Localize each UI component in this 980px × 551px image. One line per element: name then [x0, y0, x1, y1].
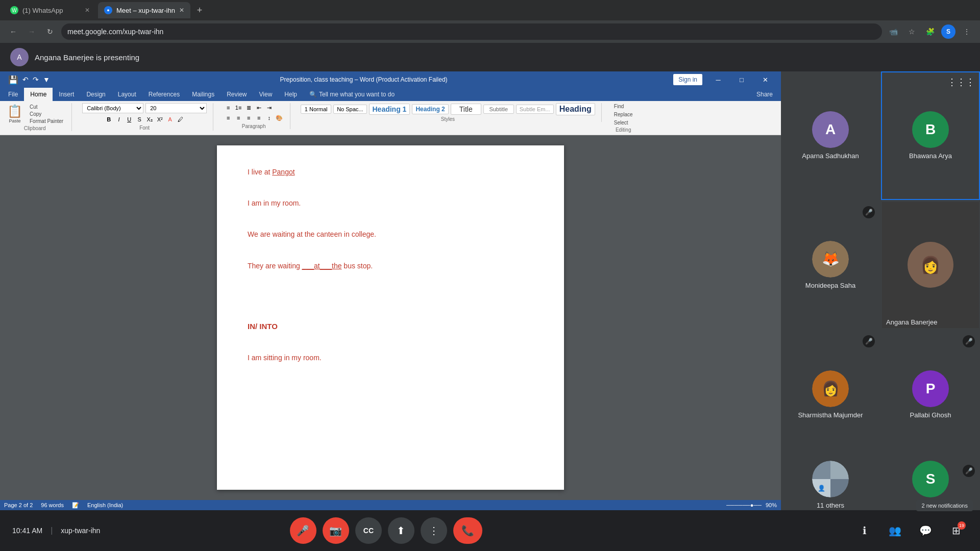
word-count: 96 words — [41, 502, 64, 508]
present-icon: ⬆ — [397, 524, 405, 537]
end-call-icon: 📞 — [461, 524, 474, 537]
reload-button[interactable]: ↻ — [43, 24, 57, 39]
browser-actions: 📹 ☆ 🧩 S ⋮ — [886, 24, 974, 39]
end-call-button[interactable]: 📞 — [453, 517, 482, 544]
heading-style[interactable]: Heading — [556, 103, 595, 115]
numbering-btn[interactable]: 1≡ — [234, 103, 243, 112]
cast-icon[interactable]: 📹 — [886, 24, 900, 39]
aparna-name: Aparna Sadhukhan — [802, 152, 859, 160]
word-share-btn[interactable]: Share — [750, 88, 779, 101]
doc-blank-7 — [248, 337, 533, 347]
monideepa-name: Monideepa Saha — [805, 282, 855, 289]
people-button[interactable]: 👥 — [884, 519, 906, 542]
doc-blank-5 — [248, 291, 533, 301]
chat-button[interactable]: 💬 — [915, 519, 937, 542]
style-title[interactable]: Title — [451, 104, 481, 115]
others-name: 11 others — [817, 502, 844, 509]
info-button[interactable]: ℹ — [853, 519, 876, 542]
angana-avatar: 👩 — [882, 202, 979, 329]
replace-button[interactable]: Replace — [612, 111, 635, 118]
forward-button[interactable]: → — [24, 24, 39, 39]
cut-button[interactable]: Cut — [28, 104, 65, 110]
present-button[interactable]: ⬆ — [388, 517, 414, 544]
font-color-btn[interactable]: A — [165, 115, 175, 124]
decrease-indent-btn[interactable]: ⇤ — [254, 103, 263, 112]
word-page: I live at Pangot I am in my room. We are… — [217, 145, 564, 490]
word-signin[interactable]: Sign in — [673, 74, 702, 85]
style-heading2[interactable]: Heading 2 — [412, 104, 448, 114]
word-tell-me[interactable]: 🔍 Tell me what you want to do — [303, 88, 401, 101]
style-no-spacing[interactable]: No Spac... — [333, 105, 366, 114]
format-painter-button[interactable]: Format Painter — [28, 118, 65, 124]
word-tab-review[interactable]: Review — [220, 88, 253, 101]
superscript-btn[interactable]: X² — [155, 115, 164, 124]
word-tab-help[interactable]: Help — [278, 88, 303, 101]
paste-button[interactable]: 📋 Paste — [4, 103, 26, 124]
word-close[interactable]: ✕ — [753, 71, 777, 88]
style-normal[interactable]: 1 Normal — [301, 105, 331, 114]
bold-btn[interactable]: B — [104, 115, 113, 124]
style-subtitle[interactable]: Subtitle — [483, 105, 514, 114]
align-right-btn[interactable]: ≡ — [244, 113, 253, 122]
address-text: meet.google.com/xup-twar-ihn — [67, 28, 163, 36]
font-size-select[interactable]: 20 — [145, 103, 207, 113]
meet-container: A Angana Banerjee is presenting 💾 ↶ ↷ ▼ … — [0, 43, 980, 551]
align-center-btn[interactable]: ≡ — [234, 113, 243, 122]
align-left-btn[interactable]: ≡ — [224, 113, 233, 122]
mute-button[interactable]: 🎤 — [290, 517, 316, 544]
doc-blank-2 — [248, 214, 533, 224]
line-spacing-btn[interactable]: ↕ — [264, 113, 274, 122]
address-bar[interactable]: meet.google.com/xup-twar-ihn — [61, 23, 882, 40]
menu-icon[interactable]: ⋮ — [960, 24, 974, 39]
tab-close-meet[interactable]: ✕ — [179, 7, 184, 14]
more-options-button[interactable]: ⋮ — [421, 517, 447, 544]
word-tab-mailings[interactable]: Mailings — [186, 88, 220, 101]
bookmark-icon[interactable]: ☆ — [904, 24, 919, 39]
word-minimize[interactable]: ─ — [706, 71, 730, 88]
word-tab-layout[interactable]: Layout — [112, 88, 142, 101]
copy-button[interactable]: Copy — [28, 111, 65, 117]
you-mute: 🎤 — [963, 465, 975, 477]
doc-blank-6 — [248, 305, 533, 315]
multilevel-btn[interactable]: ≣ — [244, 103, 253, 112]
font-name-select[interactable]: Calibri (Body) — [82, 103, 143, 113]
word-tab-references[interactable]: References — [142, 88, 186, 101]
font-group: Calibri (Body) 20 B I U — [82, 103, 213, 131]
tab-meet[interactable]: ● Meet – xup-twar-ihn ✕ — [98, 2, 190, 18]
tab-close-whatsapp[interactable]: ✕ — [85, 7, 90, 14]
word-tab-home[interactable]: Home — [24, 88, 53, 101]
italic-btn[interactable]: I — [114, 115, 124, 124]
word-tab-view[interactable]: View — [253, 88, 279, 101]
tab-whatsapp[interactable]: W (1) WhatsApp ✕ — [4, 2, 96, 18]
increase-indent-btn[interactable]: ⇥ — [264, 103, 274, 112]
select-button[interactable]: Select — [612, 119, 635, 126]
monideepa-mute: 🎤 — [863, 206, 875, 218]
new-tab-button[interactable]: + — [192, 3, 207, 17]
justify-btn[interactable]: ≡ — [254, 113, 263, 122]
word-tab-design[interactable]: Design — [80, 88, 111, 101]
underline-btn[interactable]: U — [125, 115, 134, 124]
strikethrough-btn[interactable]: S — [135, 115, 144, 124]
style-heading1[interactable]: Heading 1 — [369, 104, 410, 115]
bhawana-more[interactable]: ⋮⋮⋮ — [947, 77, 975, 88]
back-button[interactable]: ← — [6, 24, 20, 39]
bullets-btn[interactable]: ≡ — [224, 103, 233, 112]
subscript-btn[interactable]: X₂ — [145, 115, 154, 124]
doc-line-2: I am in my room. — [248, 197, 533, 210]
shading-btn[interactable]: 🎨 — [275, 113, 284, 122]
word-tab-file[interactable]: File — [2, 88, 24, 101]
find-button[interactable]: Find — [612, 103, 635, 110]
video-button[interactable]: 📷 — [323, 517, 349, 544]
style-subtle-em[interactable]: Subtle Em... — [516, 105, 554, 114]
captions-button[interactable]: CC — [355, 517, 382, 544]
word-maximize[interactable]: □ — [730, 71, 753, 88]
profile-avatar[interactable]: S — [941, 24, 955, 39]
word-ribbon-tabs: File Home Insert Design Layout Reference… — [0, 88, 781, 101]
extensions-icon[interactable]: 🧩 — [923, 24, 937, 39]
tab-bar: W (1) WhatsApp ✕ ● Meet – xup-twar-ihn ✕… — [0, 0, 980, 20]
word-tab-insert[interactable]: Insert — [53, 88, 80, 101]
presenter-bar: A Angana Banerjee is presenting — [0, 43, 980, 71]
highlight-btn[interactable]: 🖊 — [176, 115, 185, 124]
zoom-controls[interactable]: ──────●── — [726, 502, 762, 508]
activities-button[interactable]: ⊞ 19 2 new notifications — [945, 519, 968, 542]
